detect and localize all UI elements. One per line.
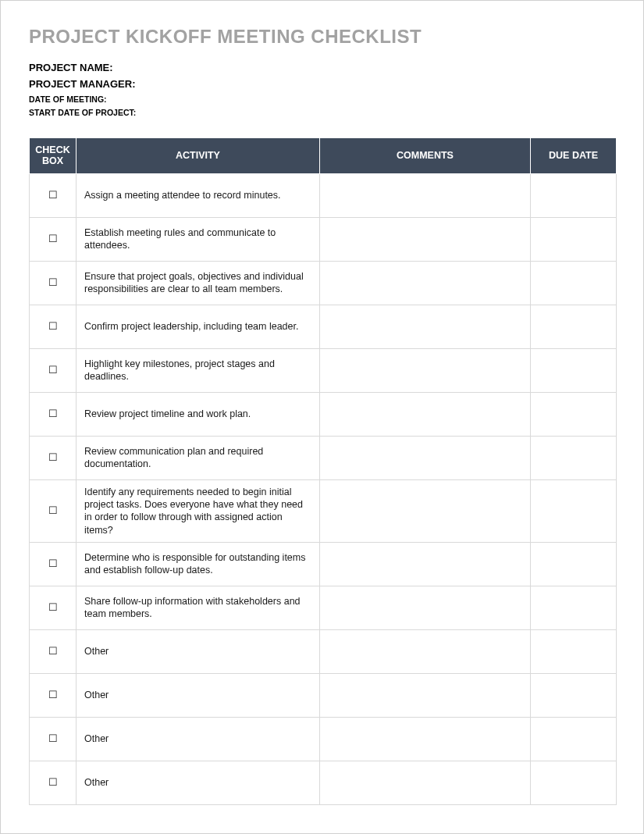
table-row: ☐ Confirm project leadership, including … [30,305,617,348]
comments-cell[interactable] [320,436,531,479]
comments-cell[interactable] [320,761,531,804]
activity-cell: Identify any requirements needed to begi… [76,479,320,542]
comments-cell[interactable] [320,629,531,673]
activity-cell: Establish meeting rules and communicate … [76,217,320,261]
activity-cell: Assign a meeting attendee to record minu… [76,173,320,217]
activity-cell: Ensure that project goals, objectives an… [76,261,320,305]
activity-cell: Other [76,761,320,804]
checkbox-icon[interactable]: ☐ [30,761,76,804]
due-cell[interactable] [531,261,617,305]
checkbox-icon[interactable]: ☐ [30,305,76,348]
due-cell[interactable] [531,479,617,542]
due-cell[interactable] [531,542,617,586]
table-row: ☐ Highlight key milestones, project stag… [30,348,617,392]
project-manager-label: PROJECT MANAGER: [29,78,615,90]
date-of-meeting-label: DATE OF MEETING: [29,94,615,104]
activity-cell: Share follow-up information with stakeho… [76,586,320,629]
due-cell[interactable] [531,436,617,479]
table-row: ☐ Ensure that project goals, objectives … [30,261,617,305]
comments-cell[interactable] [320,348,531,392]
activity-cell: Determine who is responsible for outstan… [76,542,320,586]
activity-cell: Other [76,673,320,717]
checkbox-icon[interactable]: ☐ [30,173,76,217]
table-row: ☐ Other [30,761,617,804]
header-due-date: DUE DATE [531,138,617,174]
table-row: ☐ Establish meeting rules and communicat… [30,217,617,261]
due-cell[interactable] [531,392,617,436]
checkbox-icon[interactable]: ☐ [30,261,76,305]
due-cell[interactable] [531,173,617,217]
header-comments: COMMENTS [320,138,531,174]
due-cell[interactable] [531,217,617,261]
table-row: ☐ Assign a meeting attendee to record mi… [30,173,617,217]
page-title: PROJECT KICKOFF MEETING CHECKLIST [29,26,615,48]
due-cell[interactable] [531,717,617,761]
checklist-table: CHECK BOX ACTIVITY COMMENTS DUE DATE ☐ A… [29,137,617,805]
comments-cell[interactable] [320,261,531,305]
start-date-label: START DATE OF PROJECT: [29,108,615,117]
comments-cell[interactable] [320,673,531,717]
checkbox-icon[interactable]: ☐ [30,392,76,436]
checkbox-icon[interactable]: ☐ [30,717,76,761]
comments-cell[interactable] [320,586,531,629]
document-page: PROJECT KICKOFF MEETING CHECKLIST PROJEC… [0,0,644,834]
activity-cell: Confirm project leadership, including te… [76,305,320,348]
checkbox-icon[interactable]: ☐ [30,436,76,479]
due-cell[interactable] [531,673,617,717]
checkbox-icon[interactable]: ☐ [30,542,76,586]
comments-cell[interactable] [320,305,531,348]
activity-cell: Review project timeline and work plan. [76,392,320,436]
comments-cell[interactable] [320,173,531,217]
table-row: ☐ Review project timeline and work plan. [30,392,617,436]
checkbox-icon[interactable]: ☐ [30,629,76,673]
header-activity: ACTIVITY [76,138,320,174]
table-row: ☐ Identify any requirements needed to be… [30,479,617,542]
comments-cell[interactable] [320,392,531,436]
activity-cell: Other [76,717,320,761]
activity-cell: Other [76,629,320,673]
due-cell[interactable] [531,586,617,629]
table-header-row: CHECK BOX ACTIVITY COMMENTS DUE DATE [30,138,617,174]
checkbox-icon[interactable]: ☐ [30,348,76,392]
activity-cell: Review communication plan and required d… [76,436,320,479]
due-cell[interactable] [531,348,617,392]
due-cell[interactable] [531,305,617,348]
comments-cell[interactable] [320,479,531,542]
table-row: ☐ Determine who is responsible for outst… [30,542,617,586]
comments-cell[interactable] [320,542,531,586]
comments-cell[interactable] [320,217,531,261]
due-cell[interactable] [531,761,617,804]
table-row: ☐ Other [30,673,617,717]
header-checkbox: CHECK BOX [30,138,76,174]
checkbox-icon[interactable]: ☐ [30,217,76,261]
checkbox-icon[interactable]: ☐ [30,673,76,717]
table-row: ☐ Review communication plan and required… [30,436,617,479]
meta-block: PROJECT NAME: PROJECT MANAGER: DATE OF M… [29,62,615,117]
table-row: ☐ Other [30,717,617,761]
checkbox-icon[interactable]: ☐ [30,479,76,542]
project-name-label: PROJECT NAME: [29,62,615,73]
checkbox-icon[interactable]: ☐ [30,586,76,629]
table-row: ☐ Other [30,629,617,673]
due-cell[interactable] [531,629,617,673]
comments-cell[interactable] [320,717,531,761]
activity-cell: Highlight key milestones, project stages… [76,348,320,392]
table-row: ☐ Share follow-up information with stake… [30,586,617,629]
